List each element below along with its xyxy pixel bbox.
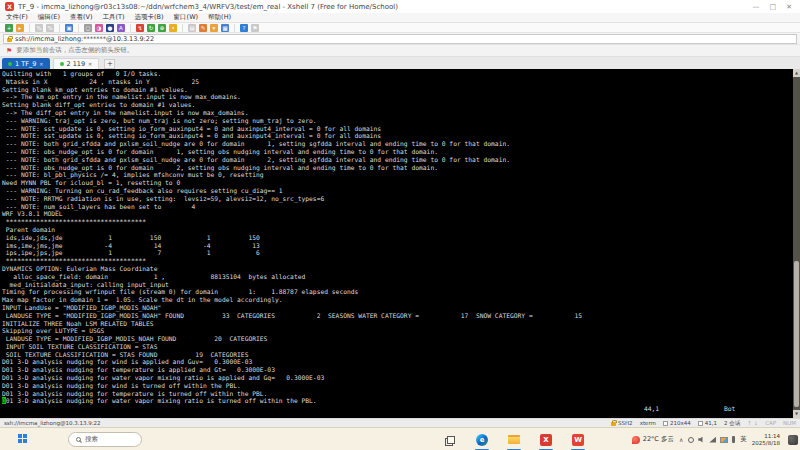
status-caps-indicator: CAP <box>765 420 776 426</box>
transfer-session-icon[interactable]: % <box>46 24 54 32</box>
terminal-scrollbar[interactable]: ▲ ▼ <box>793 69 800 418</box>
taskbar-app-file-explorer[interactable] <box>504 428 524 450</box>
address-field[interactable]: ssh://imcma_lizhong:*******@10.3.13.9:22 <box>3 34 797 44</box>
taskbar-app-xshell[interactable]: X <box>536 428 556 450</box>
reconnect-icon[interactable]: ↻ <box>147 24 155 32</box>
maximize-button[interactable]: □ <box>770 3 777 11</box>
status-term-type[interactable]: xterm <box>640 420 656 426</box>
start-button[interactable] <box>18 434 27 443</box>
xshell-logo-icon: X <box>5 2 14 11</box>
print-icon[interactable]: ▤ <box>188 24 196 32</box>
network-icon[interactable] <box>709 437 716 443</box>
terminal-line: Quilting with 1 groups of 0 I/O tasks. <box>2 70 800 78</box>
menu-item-2[interactable]: 查看(V) <box>70 13 93 22</box>
session-tab-1[interactable]: 1 TF_9✕ <box>2 58 50 69</box>
font-icon[interactable]: A <box>117 24 125 32</box>
terminal-line: WRF V3.8.1 MODEL <box>2 210 800 218</box>
menu-bar: 文件(F)编辑(E)查看(V)工具(T)选项卡(B)窗口(W)帮助(H) <box>0 13 800 23</box>
menu-item-4[interactable]: 选项卡(B) <box>135 13 164 22</box>
lock-icon <box>7 38 12 42</box>
find-icon[interactable]: ○ <box>84 24 92 32</box>
start-logo-icon <box>23 434 27 438</box>
address-url: ssh://imcma_lizhong:*******@10.3.13.9:22 <box>15 35 154 43</box>
terminal-line: INPUT LandUse = "MODIFIED_IGBP_MODIS_NOA… <box>2 304 800 312</box>
terminal-line: ims,ime,jms,jme -4 14 -4 13 <box>2 242 800 250</box>
minimize-button[interactable]: — <box>753 3 760 11</box>
menu-item-0[interactable]: 文件(F) <box>6 13 28 22</box>
menu-item-1[interactable]: 编辑(E) <box>38 13 60 22</box>
taskbar-app-wps[interactable]: W <box>568 428 588 450</box>
terminal-line: --- NOTE: RRTMG radiation is in use, set… <box>2 195 800 203</box>
taskbar-app-task-view[interactable] <box>440 428 460 450</box>
terminal-line: --> The km_opt entry in the namelist.inp… <box>2 93 800 101</box>
toolbar-separator <box>78 24 79 32</box>
weather-widget[interactable]: 22°C 多云 <box>632 435 674 444</box>
quick-command-icon[interactable]: ⚑ <box>251 24 259 32</box>
scroll-down-icon[interactable]: ▼ <box>793 410 800 418</box>
tab-close-icon[interactable]: ✕ <box>88 61 92 67</box>
sogou-key-icon[interactable] <box>732 436 735 443</box>
hidden-icons-chevron[interactable]: ∧ <box>679 436 683 443</box>
terminal-line: Ntasks in X 24 , ntasks in Y 25 <box>2 78 800 86</box>
new-session-icon[interactable]: + <box>5 24 13 32</box>
screenshot-tool-icon[interactable] <box>788 435 798 445</box>
tab-close-icon[interactable]: ✕ <box>39 61 43 67</box>
terminal-line: Setting blank diff_opt entries to domain… <box>2 101 800 109</box>
security-icon[interactable] <box>688 437 694 443</box>
highlight-icon[interactable]: ✎ <box>199 24 207 32</box>
terminal-line: --- NOTE: num_soil_layers has been set t… <box>2 203 800 211</box>
terminal-line: Skipping over LUTYPE = USGS <box>2 327 800 335</box>
taskbar-clock[interactable]: 11:14 2025/8/18 <box>752 433 780 446</box>
scrollbar-thumb[interactable] <box>794 261 799 407</box>
close-button[interactable]: ✕ <box>786 3 792 11</box>
help-icon[interactable]: ? <box>240 24 248 32</box>
encoding-icon[interactable]: ● <box>106 24 114 32</box>
menu-item-3[interactable]: 工具(T) <box>103 13 125 22</box>
address-bar: ssh://imcma_lizhong:*******@10.3.13.9:22 <box>0 33 800 45</box>
taskbar-app-edge[interactable]: e <box>472 428 492 450</box>
volume-muted-icon[interactable] <box>698 437 705 443</box>
terminal-line: SOIL TEXTURE CLASSIFICATION = STAS FOUND… <box>2 351 800 359</box>
fullscreen-icon[interactable]: ⊕ <box>158 24 166 32</box>
search-icon <box>76 437 81 442</box>
status-cursor-pos: 41,1 <box>698 420 717 426</box>
terminal-line: --- NOTE: sst_update is 0, setting io_fo… <box>2 125 800 133</box>
lock-screen-icon[interactable]: • <box>169 24 177 32</box>
taskbar-search[interactable]: 搜索 <box>68 432 142 447</box>
gallery-icon[interactable] <box>720 437 728 443</box>
duplicate-session-icon[interactable]: % <box>35 24 43 32</box>
terminal-line: D01 3-D analysis nudging for wind is tur… <box>2 382 800 390</box>
cursor-pos-icon <box>698 421 703 426</box>
terminal-line: D01 3-D analysis nudging for temperature… <box>2 390 800 398</box>
terminal-output[interactable]: Quilting with 1 groups of 0 I/O tasks. N… <box>0 69 800 413</box>
terminal-line: Setting blank km_opt entries to domain #… <box>2 86 800 94</box>
edge-icon: e <box>476 434 488 446</box>
notice-text: 要添加当前会话，点击左侧的箭头按钮。 <box>16 46 133 55</box>
session-manager-icon[interactable]: ▣ <box>65 24 73 32</box>
toolbar: +▸%%▣○◑●A↯↻⊕•▤✎▾▦?⚑ <box>0 23 800 33</box>
menu-item-6[interactable]: 帮助(H) <box>208 13 231 22</box>
menu-item-5[interactable]: 窗口(W) <box>174 13 199 22</box>
terminal-line: --- WARNING: traj_opt is zero, but num_t… <box>2 117 800 125</box>
input-method-indicator[interactable]: 英 <box>740 435 747 444</box>
title-bar[interactable]: X TF_9 - imcma_lizhong@r03c13s08:~/ddn/w… <box>0 0 800 13</box>
status-scroll-arrows[interactable]: ↑ ↓ <box>747 420 758 426</box>
connect-icon[interactable]: ↯ <box>136 24 144 32</box>
xshell-window: X TF_9 - imcma_lizhong@r03c13s08:~/ddn/w… <box>0 0 800 427</box>
vim-scroll-indicator: Bot <box>724 405 735 413</box>
clock-date: 2025/8/18 <box>752 440 780 447</box>
window-title: TF_9 - imcma_lizhong@r03c13s08:~/ddn/wrf… <box>18 3 749 11</box>
new-tab-button[interactable]: + <box>104 59 115 69</box>
layout-icon[interactable]: ▦ <box>221 24 229 32</box>
open-session-icon[interactable]: ▸ <box>16 24 24 32</box>
start-logo-icon <box>18 434 22 438</box>
status-session-count[interactable]: 2 会话 <box>724 420 740 427</box>
session-tab-2[interactable]: 2 119✕ <box>53 58 100 69</box>
terminal-area[interactable]: Quilting with 1 groups of 0 I/O tasks. N… <box>0 69 800 418</box>
scroll-up-icon[interactable]: ▲ <box>793 69 800 77</box>
toolbar-separator <box>130 24 131 32</box>
toolbar-separator <box>182 24 183 32</box>
notice-bar: ⚑ 要添加当前会话，点击左侧的箭头按钮。 <box>0 45 800 57</box>
folder-icon[interactable]: ▾ <box>210 24 218 32</box>
color-scheme-icon[interactable]: ◑ <box>95 24 103 32</box>
